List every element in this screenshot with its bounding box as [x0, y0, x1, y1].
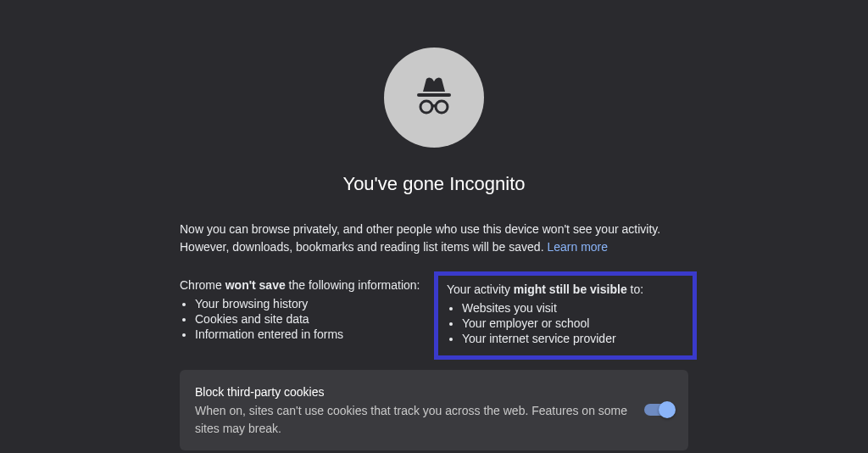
wont-save-prefix: Chrome	[180, 278, 225, 292]
list-item: Your employer or school	[462, 316, 684, 330]
visible-suffix: to:	[627, 282, 643, 296]
block-cookies-card: Block third-party cookies When on, sites…	[180, 370, 688, 450]
wont-save-suffix: the following information:	[286, 278, 420, 292]
list-item: Your internet service provider	[462, 332, 684, 345]
wont-save-strong: won't save	[225, 278, 286, 292]
block-cookies-toggle[interactable]	[644, 404, 673, 416]
svg-rect-0	[417, 93, 451, 97]
page-title: You've gone Incognito	[342, 173, 525, 195]
wont-save-column: Chrome won't save the following informat…	[180, 278, 426, 351]
list-item: Information entered in forms	[195, 327, 426, 341]
highlight-annotation: Your activity might still be visible to:…	[434, 271, 697, 360]
visible-strong: might still be visible	[514, 282, 627, 296]
learn-more-link[interactable]: Learn more	[547, 240, 608, 254]
card-description: When on, sites can't use cookies that tr…	[195, 402, 629, 437]
card-title: Block third-party cookies	[195, 383, 629, 400]
svg-point-1	[420, 101, 432, 113]
visible-prefix: Your activity	[447, 282, 514, 296]
intro-text: Now you can browse privately, and other …	[180, 221, 688, 256]
visible-to-column: Your activity might still be visible to:…	[442, 278, 688, 351]
list-item: Cookies and site data	[195, 312, 426, 326]
toggle-knob	[659, 401, 676, 418]
incognito-icon	[384, 48, 484, 148]
list-item: Your browsing history	[195, 297, 426, 310]
list-item: Websites you visit	[462, 301, 684, 315]
svg-point-2	[436, 101, 448, 113]
